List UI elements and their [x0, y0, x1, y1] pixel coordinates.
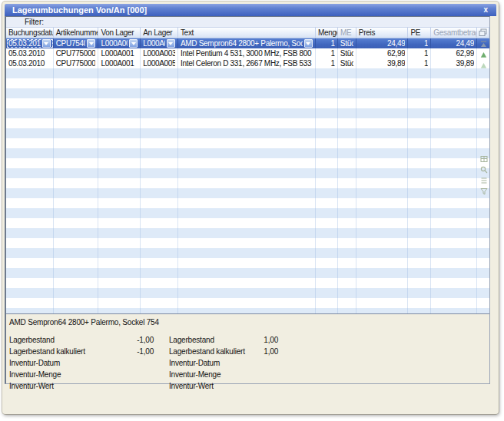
cell-gesamtbetrag — [431, 138, 477, 148]
cell-pe[interactable]: 1 — [408, 38, 431, 48]
empty-table-row — [6, 168, 489, 178]
dropdown-arrow-icon[interactable] — [167, 39, 175, 48]
cell-preis — [356, 278, 409, 288]
cell-text: CPU77500002 — [56, 58, 96, 68]
cell-von_lager — [98, 148, 141, 158]
cell-preis[interactable]: 24,49 — [356, 38, 409, 48]
cell-me[interactable]: Stück — [338, 48, 356, 58]
cell-von_lager[interactable]: L000A001 — [98, 48, 141, 58]
title-bar[interactable]: Lagerumbuchungen Von/An [000] x — [5, 4, 496, 16]
cell-pe[interactable]: 1 — [408, 58, 431, 68]
cell-gesamtbetrag[interactable]: 62,99 — [431, 48, 477, 58]
cell-artikelnummer — [54, 158, 99, 168]
cell-an_lager[interactable]: L000A002 — [141, 38, 178, 48]
empty-table-row — [6, 98, 489, 108]
nav-up-pale-icon[interactable] — [479, 61, 488, 70]
cell-menge[interactable]: 1 — [316, 48, 338, 58]
dropdown-arrow-icon[interactable] — [42, 39, 51, 48]
cell-artikelnummer[interactable]: CPU77500002 — [54, 58, 99, 68]
cell-me[interactable]: Stück — [338, 58, 356, 68]
cell-an_lager — [141, 238, 178, 248]
cell-an_lager[interactable]: L000A005 — [141, 58, 178, 68]
cell-menge — [316, 298, 338, 308]
column-chooser-icon[interactable] — [477, 28, 489, 38]
cell-text: Stück — [340, 58, 353, 68]
search-icon[interactable] — [479, 165, 488, 174]
cell-buchungsdatum[interactable]: 05.03.2010 — [6, 48, 54, 58]
cell-artikelnummer — [54, 118, 99, 128]
empty-table-row — [6, 298, 489, 308]
cell-gesamtbetrag — [431, 78, 477, 88]
cell-artikelnummer[interactable]: CPU75400003 — [54, 38, 99, 48]
cell-text: CPU75400003 — [56, 38, 86, 48]
cell-buchungsdatum — [6, 98, 54, 108]
cell-menge[interactable]: 1 — [316, 38, 338, 48]
cell-text[interactable]: AMD Sempron64 2800+ Palermo, Sockel 754 — [178, 38, 316, 48]
cell-artikelnummer — [54, 228, 99, 238]
column-header-von_lager[interactable]: Von Lager — [98, 28, 141, 38]
cell-text: 1 — [410, 58, 428, 68]
dropdown-arrow-icon[interactable] — [304, 39, 313, 48]
close-icon[interactable]: x — [481, 5, 490, 15]
cell-preis — [356, 108, 409, 118]
cell-preis — [356, 148, 409, 158]
column-header-preis[interactable]: Preis — [356, 28, 409, 38]
cell-von_lager — [98, 188, 141, 198]
cell-von_lager — [98, 248, 141, 258]
cell-preis — [356, 288, 409, 298]
column-header-pe[interactable]: PE — [408, 28, 431, 38]
cell-text[interactable]: Intel Celeron D 331, 2667 MHz, FSB 533 M… — [178, 58, 316, 68]
cell-buchungsdatum[interactable]: 05.03.2010 — [6, 58, 54, 68]
cell-text: 05.03.2010 — [8, 58, 51, 68]
cell-me — [338, 98, 356, 108]
dropdown-arrow-icon[interactable] — [87, 39, 95, 48]
table-row[interactable]: 05.03.2010CPU75400003L000A001L000A002AMD… — [6, 38, 489, 48]
rail-cell — [477, 238, 489, 248]
cell-gesamtbetrag[interactable]: 24,49 — [431, 38, 477, 48]
cell-preis[interactable]: 39,89 — [356, 58, 409, 68]
cell-pe[interactable]: 1 — [408, 48, 431, 58]
filter-funnel-icon[interactable] — [479, 187, 488, 195]
cell-buchungsdatum[interactable]: 05.03.2010 — [6, 38, 54, 48]
cell-pe — [408, 298, 431, 308]
cell-menge — [316, 108, 338, 118]
column-header-text[interactable]: Text — [178, 28, 316, 38]
dropdown-arrow-icon[interactable] — [129, 39, 138, 48]
cell-gesamtbetrag — [431, 128, 477, 138]
sum-icon[interactable] — [479, 176, 488, 184]
column-header-artikelnummer[interactable]: Artikelnummer — [54, 28, 99, 38]
cell-me[interactable]: Stück — [338, 38, 356, 48]
cell-menge — [316, 188, 338, 198]
column-header-buchungsdatum[interactable]: Buchungsdatum — [6, 28, 54, 38]
column-header-an_lager[interactable]: An Lager — [141, 28, 178, 38]
cell-buchungsdatum — [6, 158, 54, 168]
cell-menge — [316, 198, 338, 208]
cell-buchungsdatum — [6, 278, 54, 288]
detail-label-left: Inventur-Datum — [9, 357, 131, 369]
cell-preis[interactable]: 62,99 — [356, 48, 409, 58]
cell-text — [178, 308, 316, 313]
cell-text: L000A001 — [101, 38, 128, 48]
cell-an_lager[interactable]: L000A003 — [141, 48, 178, 58]
grid-view-icon[interactable] — [479, 154, 488, 163]
scroll-to-top-icon[interactable] — [479, 40, 488, 48]
column-header-menge[interactable]: Menge — [316, 28, 338, 38]
cell-gesamtbetrag[interactable]: 39,89 — [431, 58, 477, 68]
cell-buchungsdatum — [6, 68, 54, 78]
nav-up-icon[interactable] — [479, 51, 488, 59]
filter-row[interactable]: Filter: — [6, 17, 489, 28]
cell-menge[interactable]: 1 — [316, 58, 338, 68]
cell-buchungsdatum — [6, 198, 54, 208]
table-row[interactable]: 05.03.2010CPU77500002L000A001L000A005Int… — [6, 58, 489, 68]
column-header-gesamtbetrag[interactable]: Gesamtbetrag — [431, 28, 477, 38]
cell-text: 1 — [410, 48, 428, 58]
rail-cell — [477, 278, 489, 288]
cell-von_lager[interactable]: L000A001 — [98, 38, 141, 48]
column-header-me[interactable]: ME — [338, 28, 356, 38]
cell-von_lager[interactable]: L000A001 — [98, 58, 141, 68]
table-row[interactable]: 05.03.2010CPU77500001L000A001L000A003Int… — [6, 48, 489, 58]
cell-text[interactable]: Intel Pentium 4 531, 3000 MHz, FSB 800 M… — [178, 48, 316, 58]
rail-cell — [477, 248, 489, 258]
cell-artikelnummer[interactable]: CPU77500001 — [54, 48, 99, 58]
cell-gesamtbetrag — [431, 118, 477, 128]
